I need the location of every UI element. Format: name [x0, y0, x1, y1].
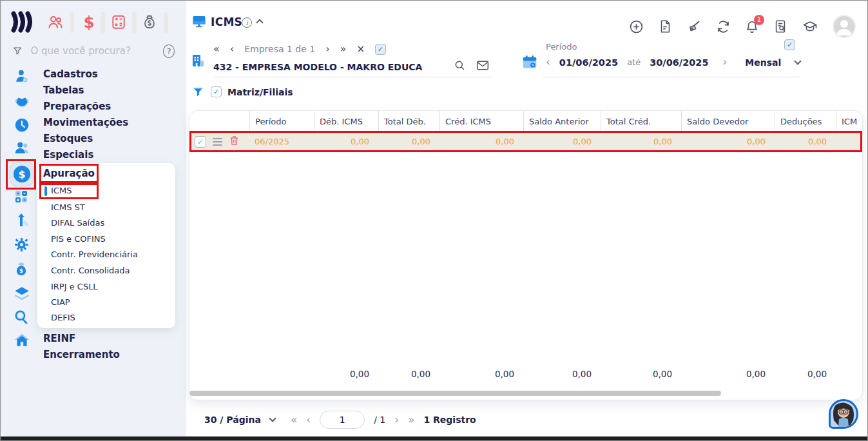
last-page-button[interactable]: »: [408, 415, 414, 426]
audit-log-button[interactable]: [773, 19, 787, 34]
company-search-icon[interactable]: [454, 59, 466, 74]
sidebar-item-apuracao[interactable]: Apuração: [43, 168, 95, 179]
cell-periodo: 06/2025: [249, 137, 314, 146]
column-header-periodo[interactable]: Período: [249, 111, 314, 132]
period-mode-chevron-icon[interactable]: [795, 57, 802, 64]
trending-up-icon[interactable]: %: [14, 212, 30, 229]
row-menu-icon[interactable]: [213, 138, 222, 146]
search-input[interactable]: [30, 45, 155, 57]
monitor-icon: [191, 14, 207, 32]
info-icon[interactable]: i: [242, 17, 252, 28]
submenu-item-irpj-csll[interactable]: IRPJ e CSLL: [51, 282, 98, 291]
notifications-button[interactable]: 1: [745, 19, 759, 34]
submenu-item-icms-st[interactable]: ICMS ST: [51, 202, 85, 212]
period-label: Período: [546, 42, 577, 52]
company-navigator: « ‹ Empresa 1 de 1 › » × ✓: [213, 43, 386, 55]
column-header-saldo-devedor[interactable]: Saldo Devedor: [681, 111, 775, 132]
sidebar-item-tabelas[interactable]: Tabelas: [43, 84, 84, 96]
makro-logo-icon[interactable]: [11, 11, 34, 35]
person-gear-icon[interactable]: [14, 68, 30, 84]
table-header-row: Período Déb. ICMS Total Déb. Créd. ICMS …: [189, 111, 862, 132]
collapse-chevron-up-icon[interactable]: [256, 19, 263, 26]
row-checkbox[interactable]: ✓: [195, 136, 206, 148]
column-header-total-deb[interactable]: Total Déb.: [378, 111, 439, 132]
svg-text:%: %: [23, 221, 28, 227]
calculator-icon[interactable]: [110, 14, 127, 30]
column-header-saldo-anterior[interactable]: Saldo Anterior: [523, 111, 601, 132]
money-bag-blue-icon[interactable]: $: [14, 261, 30, 278]
training-cap-button[interactable]: [802, 19, 818, 34]
submenu-item-pis-cofins[interactable]: PIS e COFINS: [51, 234, 106, 244]
calculator-blue-icon[interactable]: [14, 189, 30, 206]
sidebar-item-reinf[interactable]: REINF: [43, 333, 75, 344]
prev-page-button[interactable]: ‹: [306, 415, 311, 426]
assistant-avatar[interactable]: [829, 399, 858, 429]
last-company-button[interactable]: »: [340, 44, 347, 54]
company-row: 432 - EMPRESA MODELO - MAKRO EDUCA: [213, 59, 489, 74]
page-size-chevron-icon[interactable]: [269, 415, 276, 422]
help-icon[interactable]: ?: [163, 44, 175, 58]
company-mail-icon[interactable]: [476, 60, 489, 74]
sidebar-item-cadastros[interactable]: Cadastros: [43, 68, 98, 80]
building-icon: [190, 52, 206, 72]
column-header-cred-icms[interactable]: Créd. ICMS: [439, 111, 523, 132]
search-module-icon[interactable]: [14, 309, 30, 326]
sidebar-item-preparacoes[interactable]: Preparações: [43, 101, 111, 112]
sidebar-item-encerramento[interactable]: Encerramento: [43, 349, 120, 360]
column-header-total-cred[interactable]: Total Créd.: [601, 111, 681, 132]
submenu-item-difal-saidas[interactable]: DIFAL Saídas: [51, 218, 104, 228]
notification-badge: 1: [754, 15, 764, 25]
period-end-date[interactable]: 30/06/2025: [650, 57, 708, 68]
cell-deducoes: 0,00: [775, 137, 836, 146]
next-page-button[interactable]: ›: [394, 415, 399, 426]
clear-company-button[interactable]: ×: [356, 43, 365, 55]
next-company-button[interactable]: ›: [325, 44, 329, 54]
sidebar-item-especiais[interactable]: Especiais: [43, 149, 93, 161]
period-checkbox[interactable]: ✓: [784, 39, 795, 50]
clean-broom-button[interactable]: [686, 19, 702, 34]
matriz-checkbox[interactable]: ✓: [211, 86, 222, 97]
horizontal-scrollbar[interactable]: [189, 391, 721, 396]
next-period-button[interactable]: ›: [723, 57, 728, 68]
submenu-item-contr-consolidada[interactable]: Contr. Consolidada: [51, 266, 130, 275]
submenu-item-ciap[interactable]: CIAP: [51, 297, 70, 307]
period-mode-select[interactable]: Mensal: [745, 57, 781, 68]
apuracao-module-icon[interactable]: $: [10, 162, 34, 186]
gear-icon[interactable]: [14, 237, 30, 253]
sidebar-item-estoques[interactable]: Estoques: [43, 133, 93, 144]
page-input[interactable]: [320, 411, 365, 429]
prev-period-button[interactable]: ‹: [546, 57, 550, 68]
money-bag-icon[interactable]: [141, 14, 158, 30]
clock-icon[interactable]: [14, 117, 30, 133]
page-size-select[interactable]: 30 / Página: [204, 415, 261, 425]
layers-icon[interactable]: [14, 285, 30, 302]
users-icon[interactable]: [47, 14, 64, 30]
dollar-icon[interactable]: $: [81, 14, 97, 30]
submenu-item-contr-previdenciaria[interactable]: Contr. Previdenciária: [51, 250, 138, 259]
prev-company-button[interactable]: ‹: [230, 44, 234, 54]
row-delete-icon[interactable]: [229, 135, 240, 149]
period-start-date[interactable]: 01/06/2025: [559, 57, 618, 68]
submenu-item-icms[interactable]: ICMS: [51, 186, 72, 195]
refresh-button[interactable]: [716, 19, 731, 34]
people-icon[interactable]: [14, 139, 30, 156]
home-icon[interactable]: [14, 332, 30, 349]
column-header-deb-icms[interactable]: Déb. ICMS: [314, 111, 378, 132]
user-avatar[interactable]: [833, 15, 856, 38]
total-saldo-anterior: 0,00: [523, 364, 601, 384]
company-checkbox[interactable]: ✓: [375, 44, 386, 55]
cell-total-deb: 0,00: [378, 137, 439, 146]
add-button[interactable]: [629, 19, 644, 34]
column-header-deducoes[interactable]: Deduções: [775, 111, 836, 132]
first-company-button[interactable]: «: [213, 44, 220, 54]
handshake-icon[interactable]: [14, 93, 30, 110]
document-button[interactable]: [658, 19, 672, 34]
first-page-button[interactable]: «: [291, 415, 297, 426]
sidebar-item-movimentacoes[interactable]: Movimentações: [43, 117, 128, 128]
cell-cred-icms: 0,00: [439, 137, 523, 146]
column-header-icm-clipped[interactable]: ICM: [836, 111, 862, 132]
table-row[interactable]: ✓ 06/2025 0,00 0,00 0,00 0,00 0,00 0,00 …: [189, 132, 862, 152]
submenu-item-defis[interactable]: DEFIS: [51, 313, 75, 322]
filter-funnel-icon[interactable]: [191, 85, 205, 101]
record-count: 1 Registro: [423, 415, 476, 425]
